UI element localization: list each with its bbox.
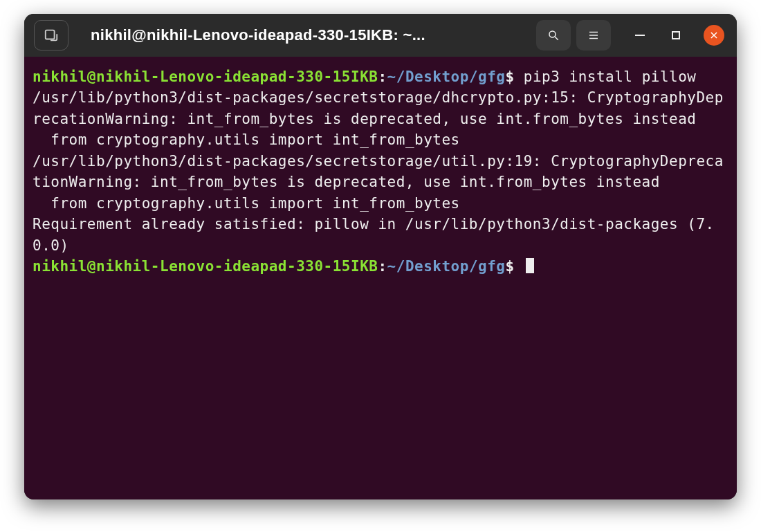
prompt-symbol: $ [505,68,514,85]
hamburger-icon [587,29,600,42]
maximize-icon [672,31,680,39]
close-icon [709,30,719,40]
output-line: from cryptography.utils import int_from_… [33,195,460,212]
window-title: nikhil@nikhil-Lenovo-ideapad-330-15IKB: … [91,26,425,44]
output-line: /usr/lib/python3/dist-packages/secretsto… [33,89,724,127]
cursor [526,258,534,273]
search-button[interactable] [536,20,571,51]
terminal-window: nikhil@nikhil-Lenovo-ideapad-330-15IKB: … [24,14,737,499]
command-text: pip3 install pillow [524,68,697,85]
menu-button[interactable] [576,20,611,51]
svg-point-1 [549,31,556,37]
search-icon [547,29,560,42]
minimize-icon [635,35,645,36]
output-line: Requirement already satisfied: pillow in… [33,216,715,253]
titlebar: nikhil@nikhil-Lenovo-ideapad-330-15IKB: … [24,14,737,57]
maximize-button[interactable] [668,27,684,44]
new-tab-icon [44,28,59,43]
output-line: /usr/lib/python3/dist-packages/secretsto… [33,153,724,190]
prompt-colon: : [378,258,387,275]
output-line: from cryptography.utils import int_from_… [33,131,460,148]
prompt-path: ~/Desktop/gfg [387,258,506,275]
prompt-user-host: nikhil@nikhil-Lenovo-ideapad-330-15IKB [33,258,378,275]
terminal-body[interactable]: nikhil@nikhil-Lenovo-ideapad-330-15IKB:~… [24,57,737,499]
svg-rect-0 [46,30,55,39]
prompt-symbol: $ [505,258,514,275]
prompt-user-host: nikhil@nikhil-Lenovo-ideapad-330-15IKB [33,68,378,85]
close-button[interactable] [704,25,724,46]
prompt-path: ~/Desktop/gfg [387,68,506,85]
prompt-colon: : [378,68,387,85]
svg-line-2 [555,37,558,40]
minimize-button[interactable] [632,27,648,44]
new-tab-button[interactable] [34,20,68,51]
